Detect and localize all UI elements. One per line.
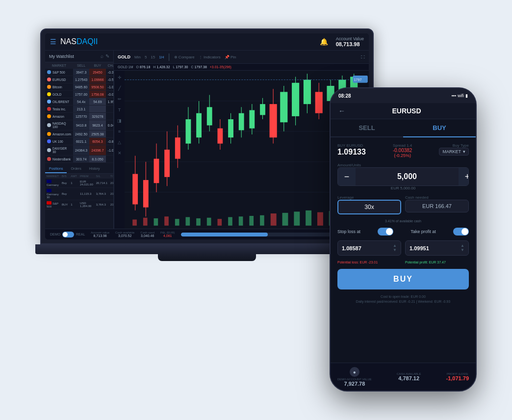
laptop-body: My Watchlist ⌕ ✎ MARKET SELL — [45, 51, 369, 229]
phone-bottom-cash: CASH AVAILABLE 4,787.12 — [397, 372, 421, 381]
tp-toggle[interactable] — [453, 228, 469, 236]
svg-rect-25 — [239, 113, 244, 131]
shape-tool[interactable]: △ — [116, 138, 124, 146]
sell-tab[interactable]: SELL — [331, 119, 403, 136]
edit-icon[interactable]: ✎ — [105, 53, 109, 59]
tp-toggle-label: Take profit at — [410, 229, 436, 234]
laptop-screen: ☰ NASDAQII 🔔 Account Value 08,713.98 — [40, 28, 374, 244]
svg-rect-53 — [132, 219, 137, 225]
change-value: -0.04% — [106, 91, 114, 98]
buy-price: 1.09966 — [89, 76, 105, 83]
buy-price-block: BUY EURUSD 1.09133 — [337, 143, 366, 157]
change-value — [106, 105, 114, 113]
tf-1m[interactable]: Min — [134, 55, 141, 59]
buy-price: 1758.08 — [89, 91, 105, 98]
stat-account-value: Account value 8,713.98 — [91, 231, 109, 237]
watchlist-row[interactable]: UK 100 6021.1 6054.3 -0.86% — [45, 138, 114, 145]
watchlist-row[interactable]: Tesla Inc. 213.1 — [45, 105, 114, 113]
tf-15[interactable]: 15 — [151, 55, 155, 59]
sell-price: 1.27543 — [73, 76, 89, 83]
sl-value: 1.08587 — [342, 245, 361, 251]
buy-type-select[interactable]: MARKET ▾ — [439, 148, 469, 156]
search-icon[interactable]: ⌕ — [101, 53, 103, 59]
sl-toggle-label: Stop loss at — [337, 229, 360, 234]
tab-orders[interactable]: Orders — [67, 165, 85, 173]
watchlist-row[interactable]: Amazon 125770 329278 — [45, 113, 114, 120]
profit-value: -1,071.79 — [446, 375, 469, 381]
phone-content: BUY EURUSD 1.09133 Spread 1.4 -0.00382 (… — [331, 137, 476, 363]
indicators-btn[interactable]: ⋮ Indicators — [199, 55, 221, 59]
real-label: REAL — [76, 233, 85, 236]
demo-toggle[interactable]: DEMO REAL — [50, 232, 85, 237]
sl-up-arrow[interactable]: ▲ — [393, 244, 397, 248]
watchlist-title: My Watchlist — [49, 54, 74, 59]
change-value: -1.03% — [106, 83, 114, 91]
tab-history[interactable]: History — [85, 165, 104, 173]
chevron-down-icon: ▾ — [463, 149, 465, 154]
svg-rect-63 — [239, 216, 243, 226]
tab-positions[interactable]: Positions — [45, 165, 67, 173]
chart-symbol: GOLD — [118, 54, 130, 59]
sl-toggle[interactable] — [378, 228, 393, 236]
equity-bar — [181, 233, 339, 236]
svg-rect-58 — [186, 217, 190, 225]
toggle-track[interactable] — [62, 232, 74, 237]
crosshair-tool[interactable]: ✛ — [116, 74, 124, 81]
watchlist-row[interactable]: OIL/BRENT 54.4x 54.69 1.95% — [45, 98, 114, 105]
compare-btn[interactable]: ⊕ Compare — [174, 55, 195, 59]
sell-price: 303.74 — [73, 156, 89, 163]
amount-input[interactable] — [356, 172, 459, 181]
svg-rect-31 — [270, 104, 277, 137]
watchlist-row[interactable]: Bitcoin 9485.60 9508.50 -1.03% — [45, 83, 114, 91]
leverage-block: Leverage 30x — [337, 195, 401, 214]
watchlist-row[interactable]: EURUSD 1.27543 1.09966 -0.56% — [45, 76, 114, 83]
main-scene: ☰ NASDAQII 🔔 Account Value 08,713.98 — [35, 19, 477, 401]
fib-tool[interactable]: ≡ — [116, 128, 124, 135]
amount-row: − + — [337, 167, 469, 186]
watchlist-row[interactable]: Amazon.com 2492.50 2505.38 — [45, 131, 114, 138]
wifi-icon: wifi — [458, 93, 464, 98]
buy-label: BUY EURUSD — [337, 143, 366, 148]
ruler-tool[interactable]: ◨ — [116, 117, 124, 125]
watchlist-row[interactable]: NiedersBank 303.74 8.3.050 — [45, 156, 114, 163]
spread-label: Spread 1.4 — [393, 143, 412, 148]
chart-tools: ✛ ╱ ✏ T ◨ ≡ △ ✕ — [114, 71, 125, 229]
svg-rect-62 — [228, 217, 232, 225]
phone-time: 08:28 — [338, 93, 351, 99]
tf-1h[interactable]: 1H — [159, 55, 164, 59]
increase-amount-button[interactable]: + — [459, 168, 469, 185]
line-tool[interactable]: ╱ — [116, 84, 124, 92]
text-tool[interactable]: T — [116, 106, 124, 114]
tf-5[interactable]: 5 — [145, 55, 147, 59]
leverage-box[interactable]: 30x — [337, 200, 401, 214]
watchlist-row[interactable]: DAX/GER 30 24364.3 24396.7 -1.04% — [45, 145, 114, 156]
svg-rect-64 — [249, 216, 254, 226]
bell-icon[interactable]: 🔔 — [320, 38, 328, 46]
change-value: -0.56% — [106, 76, 114, 83]
tp-up-arrow[interactable]: ▲ — [461, 244, 464, 248]
watchlist-row[interactable]: NASDAQ 100 9410.8 9823.4 0.04% — [45, 120, 114, 131]
delete-tool[interactable]: ✕ — [116, 149, 124, 157]
col-sell: SELL — [73, 62, 89, 69]
phone-bottom-profit: PROFIT (LOSS) -1,071.79 — [446, 372, 469, 381]
phone-screen: ← EURUSD SELL BUY BUY EURUSD 1.09133 Spr… — [331, 103, 476, 391]
buy-tab[interactable]: BUY — [403, 119, 476, 137]
decrease-amount-button[interactable]: − — [338, 168, 356, 185]
pen-tool[interactable]: ✏ — [116, 95, 124, 103]
sl-down-arrow[interactable]: ▼ — [393, 248, 397, 252]
laptop: ☰ NASDAQII 🔔 Account Value 08,713.98 — [35, 28, 379, 264]
svg-rect-67 — [282, 213, 288, 226]
buy-button[interactable]: BUY — [337, 269, 469, 289]
watchlist-row[interactable]: GOLD 1757.00 1758.08 -0.04% — [45, 91, 114, 98]
menu-icon[interactable]: ☰ — [50, 38, 56, 46]
back-button[interactable]: ← — [338, 107, 345, 115]
watchlist-row[interactable]: S&P 500 3947.3 29450 -0.36% — [45, 69, 114, 76]
change-value — [106, 113, 114, 120]
fullscreen-icon[interactable]: ⛶ — [361, 55, 365, 59]
leverage-label: Leverage — [337, 195, 401, 200]
tp-down-arrow[interactable]: ▼ — [461, 248, 464, 252]
phone-status: ▪▪▪ wifi ▮ — [451, 93, 468, 98]
change-value: -0.86% — [106, 138, 114, 145]
svg-rect-61 — [217, 219, 222, 226]
pin-btn[interactable]: 📌 Pin — [225, 55, 236, 59]
